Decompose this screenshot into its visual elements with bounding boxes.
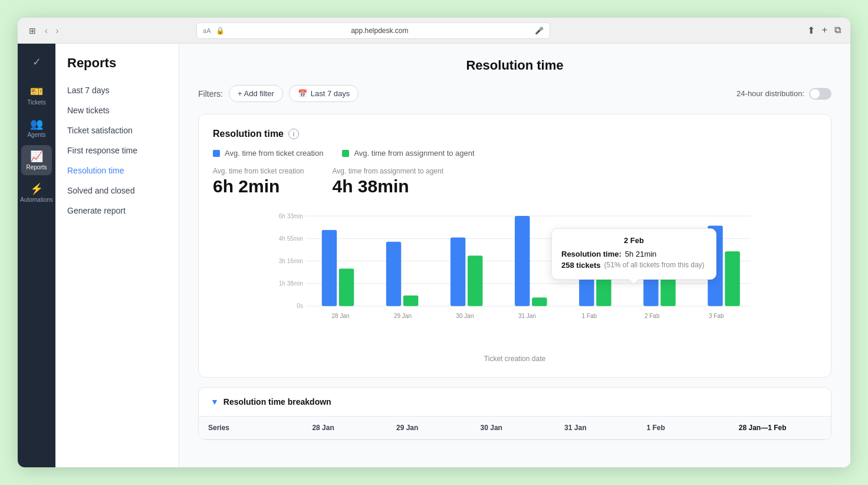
check-icon: ✓ xyxy=(32,55,41,68)
back-button[interactable]: ‹ xyxy=(42,25,50,37)
lock-icon: 🔒 xyxy=(216,27,225,35)
x-axis-title: Ticket creation date xyxy=(213,355,817,363)
forward-button[interactable]: › xyxy=(54,25,61,37)
toggle-knob xyxy=(810,89,820,99)
chart-title-row: Resolution time i xyxy=(213,129,817,139)
sidebar-icon-tickets[interactable]: 🎫 Tickets xyxy=(21,80,52,110)
table-header-row: Series 28 Jan 29 Jan 30 Jan 31 Jan 1 Feb… xyxy=(199,417,831,440)
mic-icon[interactable]: 🎤 xyxy=(535,27,544,35)
nav-item-solved-closed[interactable]: Solved and closed xyxy=(55,181,179,201)
date-filter-button[interactable]: 📅 Last 7 days xyxy=(289,85,359,102)
tabs-icon[interactable]: ⧉ xyxy=(834,25,841,36)
tooltip-box: 2 Feb Resolution time: 5h 21min 258 tick… xyxy=(551,228,716,280)
bar-30jan-green[interactable] xyxy=(468,255,482,306)
sidebar-icon-agents[interactable]: 👥 Agents xyxy=(21,113,52,143)
th-1feb: 1 Feb xyxy=(617,417,694,440)
tooltip-arrow xyxy=(629,279,639,284)
svg-text:2 Fab: 2 Fab xyxy=(645,313,660,319)
distribution-toggle-switch[interactable] xyxy=(809,88,831,100)
filters-bar: Filters: + Add filter 📅 Last 7 days 24-h… xyxy=(198,85,831,102)
legend-item-blue: Avg. time from ticket creation xyxy=(213,149,323,158)
legend-row: Avg. time from ticket creation Avg. time… xyxy=(213,149,817,158)
legend-dot-blue xyxy=(213,150,220,157)
svg-text:1 Fab: 1 Fab xyxy=(582,313,597,319)
metric-label-blue: Avg. time from ticket creation xyxy=(213,167,304,175)
chart-title: Resolution time xyxy=(213,129,284,139)
reports-icon: 📈 xyxy=(30,150,43,163)
tooltip-tickets-row: 258 tickets (51% of all tickets from thi… xyxy=(561,261,706,270)
bar-29jan-green[interactable] xyxy=(403,296,418,306)
tooltip-tickets-sub: (51% of all tickets from this day) xyxy=(604,261,705,270)
sidebar-icons: ✓ 🎫 Tickets 👥 Agents 📈 Reports ⚡ Automat… xyxy=(18,44,55,467)
th-30jan: 30 Jan xyxy=(449,417,534,440)
svg-text:3h 16min: 3h 16min xyxy=(279,258,303,264)
svg-text:31 Jan: 31 Jan xyxy=(518,313,536,319)
bar-28jan-green[interactable] xyxy=(339,268,354,306)
nav-item-last7days[interactable]: Last 7 days xyxy=(55,80,179,100)
bar-31jan-green[interactable] xyxy=(532,297,547,306)
nav-item-new-tickets[interactable]: New tickets xyxy=(55,100,179,120)
th-series: Series xyxy=(199,417,281,440)
filters-label: Filters: xyxy=(198,89,223,99)
sidebar-icon-reports[interactable]: 📈 Reports xyxy=(21,145,52,175)
svg-text:6h 33min: 6h 33min xyxy=(279,213,303,219)
th-31jan: 31 Jan xyxy=(534,417,618,440)
legend-label-blue: Avg. time from ticket creation xyxy=(225,149,323,158)
svg-text:30 Jan: 30 Jan xyxy=(456,313,474,319)
sidebar-icon-automations[interactable]: ⚡ Automations xyxy=(21,178,52,208)
legend-dot-green xyxy=(342,150,349,157)
metric-label-green: Avg. time from assignment to agent xyxy=(333,167,444,175)
bar-29jan-blue[interactable] xyxy=(386,242,401,306)
bar-3fab-green[interactable] xyxy=(725,251,739,306)
bar-30jan-blue[interactable] xyxy=(451,237,465,306)
add-filter-button[interactable]: + Add filter xyxy=(229,85,283,102)
th-29jan: 29 Jan xyxy=(365,417,449,440)
legend-item-green: Avg. time from assignment to agent xyxy=(342,149,474,158)
url-text: app.helpdesk.com xyxy=(229,27,531,35)
nav-item-resolution-time[interactable]: Resolution time xyxy=(55,160,179,181)
nav-item-ticket-satisfaction[interactable]: Ticket satisfaction xyxy=(55,120,179,140)
tooltip-date: 2 Feb xyxy=(561,236,706,245)
svg-text:4h 55min: 4h 55min xyxy=(279,235,303,242)
breakdown-header[interactable]: ▼ Resolution time breakdown xyxy=(199,388,831,417)
reports-label: Reports xyxy=(26,164,47,171)
tooltip-tickets-label: 258 tickets xyxy=(561,261,601,270)
nav-item-generate-report[interactable]: Generate report xyxy=(55,201,179,221)
sidebar-nav: Reports Last 7 days New tickets Ticket s… xyxy=(55,44,179,467)
distribution-label: 24-hour distribution: xyxy=(737,89,804,98)
nav-item-first-response[interactable]: First response time xyxy=(55,140,179,160)
metrics-row: Avg. time from ticket creation 6h 2min A… xyxy=(213,167,817,196)
aa-label: aA xyxy=(203,27,211,34)
calendar-icon: 📅 xyxy=(298,89,307,98)
svg-text:29 Jan: 29 Jan xyxy=(394,313,412,319)
new-tab-icon[interactable]: + xyxy=(822,25,827,36)
date-filter-label: Last 7 days xyxy=(311,89,350,98)
page-title: Resolution time xyxy=(198,58,831,73)
breakdown-title: Resolution time breakdown xyxy=(223,397,331,407)
automations-label: Automations xyxy=(20,196,53,203)
th-range: 28 Jan—1 Feb xyxy=(694,417,831,440)
sidebar-toggle[interactable]: ⊞ xyxy=(27,25,38,36)
breakdown-section: ▼ Resolution time breakdown Series 28 Ja… xyxy=(198,387,831,440)
info-icon[interactable]: i xyxy=(288,129,299,139)
breakdown-table: Series 28 Jan 29 Jan 30 Jan 31 Jan 1 Feb… xyxy=(199,417,831,440)
bar-28jan-blue[interactable] xyxy=(322,230,337,306)
bar-31jan-blue[interactable] xyxy=(515,216,530,306)
tooltip-resolution-value: 5h 21min xyxy=(625,250,656,258)
svg-text:3 Fab: 3 Fab xyxy=(709,313,724,319)
svg-text:28 Jan: 28 Jan xyxy=(332,313,350,319)
agents-label: Agents xyxy=(27,132,45,138)
svg-text:1h 38min: 1h 38min xyxy=(279,280,303,287)
browser-chrome: ⊞ ‹ › aA 🔒 app.helpdesk.com 🎤 ⬆ + ⧉ xyxy=(18,18,850,44)
address-bar[interactable]: aA 🔒 app.helpdesk.com 🎤 xyxy=(196,22,550,39)
tickets-label: Tickets xyxy=(27,99,45,106)
chart-card: Resolution time i Avg. time from ticket … xyxy=(198,114,831,378)
breakdown-chevron-icon: ▼ xyxy=(211,397,219,407)
legend-label-green: Avg. time from assignment to agent xyxy=(354,149,474,158)
metric-block-green: Avg. time from assignment to agent 4h 38… xyxy=(333,167,444,196)
sidebar-icon-check[interactable]: ✓ xyxy=(21,51,52,73)
metric-block-blue: Avg. time from ticket creation 6h 2min xyxy=(213,167,304,196)
main-content: Resolution time Filters: + Add filter 📅 … xyxy=(179,44,850,467)
agents-icon: 👥 xyxy=(30,117,43,130)
share-icon[interactable]: ⬆ xyxy=(807,25,815,36)
